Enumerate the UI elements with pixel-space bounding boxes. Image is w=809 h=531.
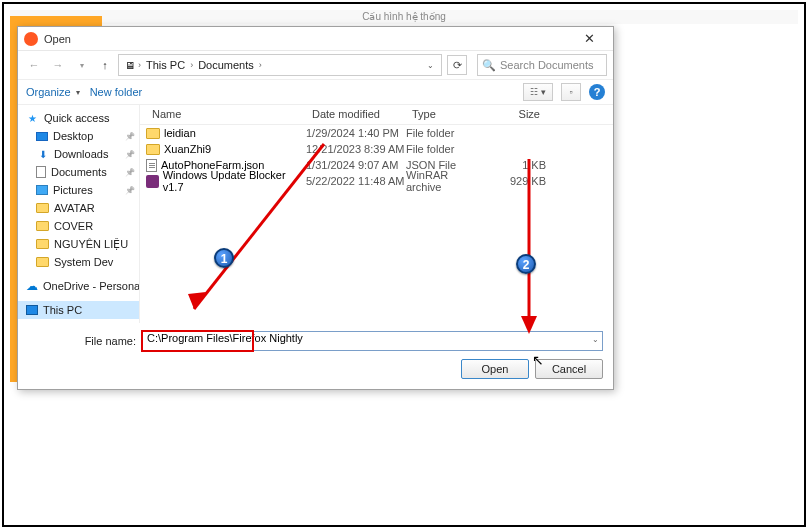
file-size: 929 KB — [486, 175, 546, 187]
folder-icon — [146, 144, 160, 155]
folder-icon — [36, 203, 49, 213]
refresh-button[interactable]: ⟳ — [447, 55, 467, 75]
file-name: leidian — [164, 127, 196, 139]
view-mode-button[interactable]: ☷ ▾ — [523, 83, 553, 101]
new-folder-button[interactable]: New folder — [90, 86, 143, 98]
file-date: 1/31/2024 9:07 AM — [306, 159, 406, 171]
address-dropdown[interactable]: ⌄ — [424, 61, 437, 70]
search-placeholder: Search Documents — [500, 59, 594, 71]
address-bar[interactable]: 🖥 › This PC › Documents › ⌄ — [118, 54, 442, 76]
nav-documents[interactable]: Documents — [18, 163, 139, 181]
nav-nguyen-lieu[interactable]: NGUYÊN LIỆU — [18, 235, 139, 253]
pc-icon — [26, 305, 38, 315]
nav-onedrive[interactable]: OneDrive - Personal — [18, 277, 139, 295]
onedrive-icon — [26, 280, 38, 293]
preview-pane-button[interactable]: ▫ — [561, 83, 581, 101]
file-name: XuanZhi9 — [164, 143, 211, 155]
background-window-title: Cấu hình hệ thống — [10, 10, 798, 24]
nav-system-dev[interactable]: System Dev — [18, 253, 139, 271]
nav-cover[interactable]: COVER — [18, 217, 139, 235]
nav-desktop[interactable]: Desktop — [18, 127, 139, 145]
col-name[interactable]: Name — [146, 105, 306, 124]
desktop-icon — [36, 132, 48, 141]
col-date[interactable]: Date modified — [306, 105, 406, 124]
nav-bar: ← → ▾ ↑ 🖥 › This PC › Documents › ⌄ ⟳ 🔍 … — [18, 51, 613, 79]
app-icon — [24, 32, 38, 46]
star-icon: ★ — [26, 112, 39, 125]
nav-pictures[interactable]: Pictures — [18, 181, 139, 199]
filename-dropdown[interactable]: ⌄ — [592, 335, 599, 344]
dialog-title: Open — [44, 33, 571, 45]
file-list: Name Date modified Type Size leidian1/29… — [140, 105, 613, 323]
file-row[interactable]: Windows Update Blocker v1.75/22/2022 11:… — [140, 173, 613, 189]
crumb-thispc[interactable]: This PC — [143, 59, 188, 71]
file-row[interactable]: XuanZhi912/21/2023 8:39 AMFile folder — [140, 141, 613, 157]
col-size[interactable]: Size — [486, 105, 546, 124]
button-row: Open Cancel — [18, 355, 613, 389]
search-input[interactable]: 🔍 Search Documents — [477, 54, 607, 76]
nav-avatar[interactable]: AVATAR — [18, 199, 139, 217]
file-date: 5/22/2022 11:48 AM — [306, 175, 406, 187]
titlebar: Open ✕ — [18, 27, 613, 51]
file-date: 1/29/2024 1:40 PM — [306, 127, 406, 139]
rar-icon — [146, 175, 159, 188]
file-size: 1 KB — [486, 159, 546, 171]
nav-downloads[interactable]: Downloads — [18, 145, 139, 163]
search-icon: 🔍 — [482, 59, 496, 72]
downloads-icon — [36, 148, 49, 161]
folder-icon — [36, 221, 49, 231]
pc-icon: 🖥 — [123, 59, 136, 72]
chevron-icon: › — [259, 60, 262, 70]
pictures-icon — [36, 185, 48, 195]
open-dialog: Open ✕ ← → ▾ ↑ 🖥 › This PC › Documents ›… — [17, 26, 614, 390]
forward-button[interactable]: → — [48, 55, 68, 75]
folder-icon — [36, 239, 49, 249]
json-icon — [146, 159, 157, 172]
file-date: 12/21/2023 8:39 AM — [306, 143, 406, 155]
open-button[interactable]: Open — [461, 359, 529, 379]
navigation-pane: ★Quick access Desktop Downloads Document… — [18, 105, 140, 323]
cancel-button[interactable]: Cancel — [535, 359, 603, 379]
filename-row: File name: ⌄ — [18, 323, 613, 355]
chevron-icon: › — [138, 60, 141, 70]
nav-quick-access[interactable]: ★Quick access — [18, 109, 139, 127]
chevron-icon: › — [190, 60, 193, 70]
file-type: File folder — [406, 143, 486, 155]
filename-input-wrapper: ⌄ — [142, 331, 603, 351]
crumb-documents[interactable]: Documents — [195, 59, 257, 71]
help-button[interactable]: ? — [589, 84, 605, 100]
cursor-icon: ↖ — [532, 352, 544, 368]
close-button[interactable]: ✕ — [571, 31, 607, 46]
file-name: Windows Update Blocker v1.7 — [163, 169, 306, 193]
folder-icon — [36, 257, 49, 267]
file-type: File folder — [406, 127, 486, 139]
documents-icon — [36, 166, 46, 178]
folder-icon — [146, 128, 160, 139]
col-type[interactable]: Type — [406, 105, 486, 124]
up-button[interactable]: ↑ — [96, 56, 114, 74]
callout-1: 1 — [214, 248, 234, 268]
organize-button[interactable]: Organize — [26, 86, 80, 98]
toolbar: Organize New folder ☷ ▾ ▫ ? — [18, 79, 613, 105]
filename-input[interactable] — [147, 332, 582, 344]
back-button[interactable]: ← — [24, 55, 44, 75]
callout-2: 2 — [516, 254, 536, 274]
filename-label: File name: — [28, 335, 136, 347]
outer-frame: Cấu hình hệ thống Open ✕ ← → ▾ ↑ 🖥 › Thi… — [2, 2, 806, 527]
recent-dropdown[interactable]: ▾ — [72, 55, 92, 75]
file-row[interactable]: leidian1/29/2024 1:40 PMFile folder — [140, 125, 613, 141]
nav-this-pc[interactable]: This PC — [18, 301, 139, 319]
file-type: WinRAR archive — [406, 169, 486, 193]
column-headers[interactable]: Name Date modified Type Size — [140, 105, 613, 125]
